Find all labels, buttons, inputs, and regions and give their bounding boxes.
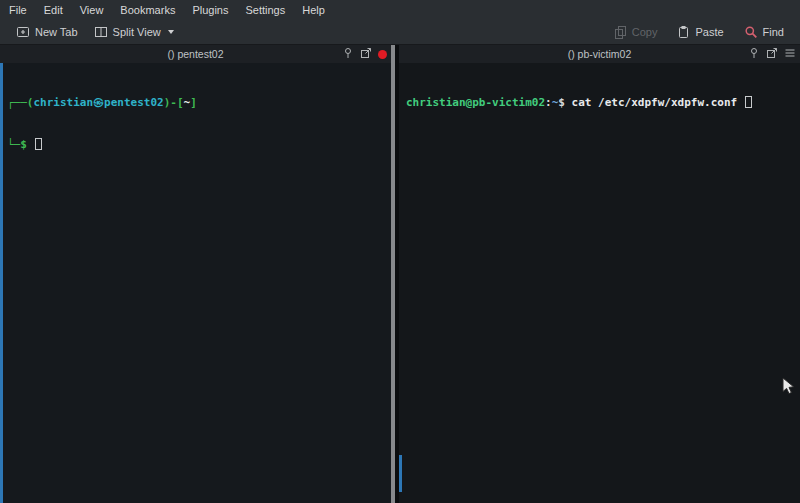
- pin-icon[interactable]: [748, 47, 760, 61]
- split-view-label: Split View: [113, 26, 161, 38]
- terminal-command-line: christian@pb-victim02:~$ cat /etc/xdpfw/…: [406, 96, 796, 110]
- prompt-frame-mid: )-[: [164, 96, 184, 109]
- menu-bar: File Edit View Bookmarks Plugins Setting…: [0, 0, 800, 19]
- right-pane-scrollbar-thumb[interactable]: [399, 455, 402, 492]
- find-icon: [744, 25, 758, 39]
- prompt-user-host: christian@pb-victim02: [406, 96, 545, 109]
- prompt-frame-open: ┌──(: [7, 96, 34, 109]
- menu-bookmarks[interactable]: Bookmarks: [120, 4, 175, 16]
- new-tab-icon: [16, 25, 30, 38]
- paste-button[interactable]: Paste: [669, 22, 731, 42]
- toolbar: New Tab Split View Copy: [0, 19, 800, 45]
- left-pane-title: () pentest02: [167, 48, 223, 60]
- detach-icon[interactable]: [360, 47, 372, 61]
- new-tab-label: New Tab: [35, 26, 78, 38]
- copy-label: Copy: [632, 26, 658, 38]
- right-terminal-pane[interactable]: christian@pb-victim02:~$ cat /etc/xdpfw/…: [399, 63, 800, 503]
- left-terminal-pane[interactable]: ┌──(christian㉿pentest02)-[~] └─$: [0, 63, 391, 503]
- mouse-cursor: [782, 377, 796, 399]
- activity-indicator-dot: [378, 50, 387, 59]
- prompt-symbol: $: [558, 96, 571, 109]
- right-pane-tab-header[interactable]: () pb-victim02: [399, 45, 800, 63]
- prompt-separator: :: [545, 96, 552, 109]
- menu-settings[interactable]: Settings: [245, 4, 285, 16]
- menu-view[interactable]: View: [80, 4, 104, 16]
- menu-plugins[interactable]: Plugins: [192, 4, 228, 16]
- paste-icon: [677, 25, 690, 39]
- detach-icon[interactable]: [766, 47, 778, 61]
- prompt-user-host: christian㉿pentest02: [34, 96, 164, 109]
- menu-help[interactable]: Help: [302, 4, 325, 16]
- typed-command: cat /etc/xdpfw/xdpfw.conf: [572, 96, 744, 109]
- split-view-button[interactable]: Split View: [86, 22, 182, 41]
- pin-icon[interactable]: [342, 47, 354, 61]
- right-pane-title: () pb-victim02: [568, 48, 632, 60]
- left-pane-tab-header[interactable]: () pentest02: [0, 45, 391, 63]
- terminal-prompt-line: ┌──(christian㉿pentest02)-[~]: [7, 96, 387, 110]
- left-pane-scrollbar[interactable]: [0, 63, 3, 503]
- menu-file[interactable]: File: [9, 4, 27, 16]
- copy-button[interactable]: Copy: [606, 22, 666, 42]
- find-label: Find: [763, 26, 784, 38]
- menu-hamburger-icon[interactable]: [784, 47, 796, 61]
- prompt-frame-close: ]: [190, 96, 197, 109]
- new-tab-button[interactable]: New Tab: [8, 22, 86, 41]
- chevron-down-icon: [168, 30, 174, 34]
- paste-label: Paste: [695, 26, 723, 38]
- prompt-symbol: └─$: [7, 138, 34, 151]
- terminal-cursor: [35, 138, 42, 150]
- terminal-cursor: [745, 96, 752, 108]
- terminal-input-line: └─$: [7, 138, 387, 152]
- split-view-icon: [94, 25, 108, 38]
- find-button[interactable]: Find: [736, 22, 792, 42]
- copy-icon: [614, 25, 627, 39]
- pane-splitter-gap: [395, 45, 399, 503]
- menu-edit[interactable]: Edit: [44, 4, 63, 16]
